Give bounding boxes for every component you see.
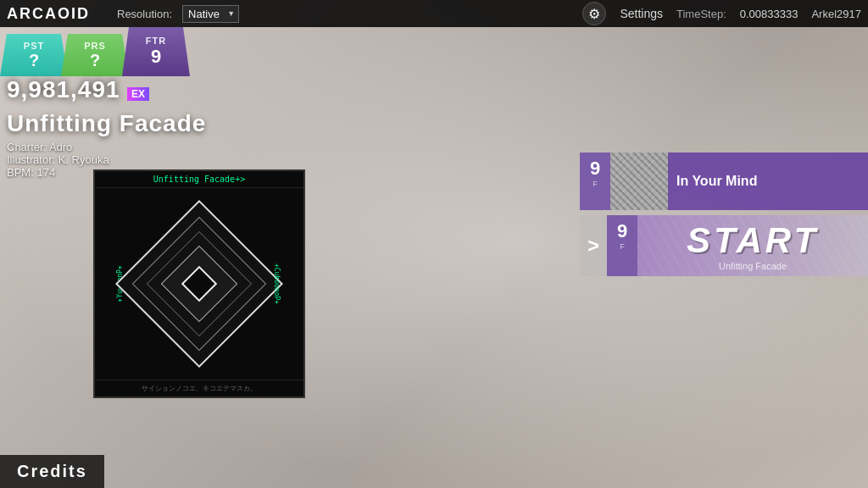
prs-value: ? [90,51,100,70]
username: Arkel2917 [811,8,861,20]
start-diff-num: 9 [617,220,627,242]
illustrator-label: Illustrator: [7,153,55,166]
tab-prs[interactable]: PRS ? [61,34,129,76]
album-name-right: +CuboonoP+ [272,263,280,304]
gear-icon: ⚙ [588,6,600,22]
bpm-label: BPM: [7,166,34,179]
settings-label: Settings [620,7,663,20]
song-info: Unfitting Facade Charter: Adro Illustrat… [7,110,206,179]
diamond-inner [161,246,238,323]
resolution-label: Resolution: [117,8,172,20]
charter-line: Charter: Adro [7,141,206,153]
album-footer: サイションノコエ、キコエテマスカ。 [95,380,303,396]
prev-diff-num: 9 [590,158,600,180]
illustrator-name: K. Ryouka [58,153,109,166]
resolution-select[interactable]: Native 720p 1080p 4K [182,5,239,23]
start-arrow-icon: > [580,215,607,276]
resolution-wrapper[interactable]: Native 720p 1080p 4K [182,5,239,23]
score-value: 9,981,491 [7,76,120,103]
charter-name: Adro [49,141,72,153]
prev-diff-letter: F [593,180,598,188]
bpm-value: 174 [36,166,55,179]
album-header: Unfitting Facade+> [95,171,303,188]
pst-value: ? [29,51,39,70]
timestep-value: 0.00833333 [740,8,798,20]
illustrator-line: Illustrator: K. Ryouka [7,153,206,166]
album-inner: Unfitting Facade+> +YuugenP+ +CuboonoP+ … [95,171,303,396]
diamond-center [181,266,217,302]
prev-song-art [610,152,668,210]
album-diamond-area: +YuugenP+ +CuboonoP+ [95,188,303,380]
album-art: Unfitting Facade+> +YuugenP+ +CuboonoP+ … [93,169,305,398]
prs-label: PRS [84,41,106,51]
topbar: ARCAOID Resolution: Native 720p 1080p 4K… [0,0,868,27]
album-diamond [115,200,283,368]
charter-label: Charter: [7,141,47,153]
difficulty-tabs: PST ? PRS ? FTR 9 [0,27,190,76]
start-button[interactable]: START Unfitting Facade [637,215,868,276]
prev-diff-block: 9 F [580,152,610,210]
song-title: Unfitting Facade [7,110,206,137]
start-sublabel: Unfitting Facade [719,261,787,271]
song-entry-in-your-mind[interactable]: 9 F In Your Mind [580,152,868,210]
credits-label: Credits [17,462,87,480]
start-row[interactable]: > 9 F START Unfitting Facade [580,215,868,276]
pst-label: PST [24,41,44,51]
score-grade: EX [127,87,149,101]
tab-ftr[interactable]: FTR 9 [122,27,190,76]
tab-pst[interactable]: PST ? [0,34,68,76]
album-footer-jp: サイションノコエ、キコエテマスカ。 [142,385,257,392]
settings-gear-button[interactable]: ⚙ [582,2,606,25]
score-area: 9,981,491 EX [7,76,149,103]
topbar-right: ⚙ Settings TimeStep: 0.00833333 Arkel291… [582,2,861,25]
logo: ARCAOID [7,5,90,23]
prev-song-info: In Your Mind [668,152,868,210]
start-diff-letter: F [620,242,625,251]
prev-song-name: In Your Mind [676,174,860,189]
credits-bar[interactable]: Credits [0,455,104,488]
start-label: START [687,220,819,261]
start-diff-block: 9 F [607,215,637,276]
right-panel: 9 F In Your Mind > 9 F START Unfitting F… [580,152,868,280]
ftr-value: 9 [151,46,161,68]
timestep-label: TimeStep: [676,8,726,20]
ftr-label: FTR [146,36,166,46]
